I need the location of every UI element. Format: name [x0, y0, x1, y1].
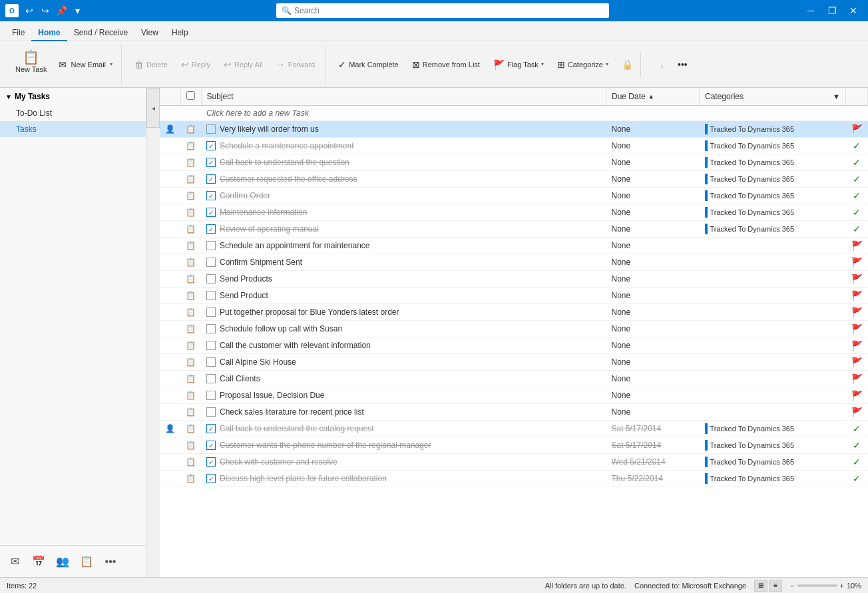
- subject-cell[interactable]: Send Products: [201, 271, 606, 288]
- close-button[interactable]: ✕: [844, 1, 863, 20]
- search-input[interactable]: [294, 6, 604, 15]
- undo-button[interactable]: ↩: [23, 4, 36, 17]
- flag-cell[interactable]: 🚩: [846, 337, 868, 354]
- table-row[interactable]: 📋Customer requested the office addressNo…: [160, 171, 868, 188]
- task-checkbox[interactable]: [206, 291, 216, 300]
- sidebar-item-to-do-list[interactable]: To-Do List: [0, 105, 146, 121]
- subject-cell[interactable]: Send Product: [201, 288, 606, 304]
- subject-cell[interactable]: Schedule a maintenance appointment: [201, 138, 606, 154]
- task-checkbox[interactable]: [206, 357, 216, 367]
- subject-cell[interactable]: Call the customer with relevant informat…: [201, 337, 606, 354]
- flag-cell[interactable]: 🚩: [846, 254, 868, 271]
- move-down-button[interactable]: ↓: [654, 55, 670, 74]
- subject-cell[interactable]: Check with customer and resolve: [201, 454, 606, 471]
- subject-cell[interactable]: Confirm Order: [201, 188, 606, 204]
- subject-cell[interactable]: Check sales literature for recent price …: [201, 404, 606, 421]
- task-checkbox[interactable]: [206, 474, 216, 483]
- table-row[interactable]: 👤📋Very likely will order from usNone Tra…: [160, 121, 868, 138]
- subject-cell[interactable]: Put together proposal for Blue Yonders l…: [201, 304, 606, 321]
- reply-all-button[interactable]: ↩ Reply All: [218, 55, 269, 74]
- people-nav-icon[interactable]: 👥: [53, 552, 72, 571]
- task-checkbox[interactable]: [206, 191, 216, 200]
- tasks-nav-icon[interactable]: 📋: [77, 552, 96, 571]
- my-tasks-header[interactable]: ▼ My Tasks: [0, 88, 146, 105]
- view-reading-button[interactable]: ≡: [769, 580, 782, 592]
- flag-cell[interactable]: 🚩: [846, 271, 868, 288]
- flag-cell[interactable]: 🚩: [846, 121, 868, 138]
- table-row[interactable]: 📋Schedule follow up call with SusanNone🚩: [160, 321, 868, 337]
- flag-cell[interactable]: ✓: [846, 471, 868, 487]
- table-row[interactable]: 📋Send ProductsNone🚩: [160, 271, 868, 288]
- subject-cell[interactable]: Call back to understand the catalog requ…: [201, 421, 606, 437]
- flag-cell[interactable]: ✓: [846, 204, 868, 221]
- flag-task-button[interactable]: 🚩 Flag Task ▾: [487, 55, 550, 74]
- subject-cell[interactable]: Customer wants the phone number of the r…: [201, 437, 606, 454]
- table-row[interactable]: 👤📋Call back to understand the catalog re…: [160, 421, 868, 437]
- flag-cell[interactable]: ✓: [846, 421, 868, 437]
- subject-cell[interactable]: Confirm Shipment Sent: [201, 254, 606, 271]
- subject-cell[interactable]: Call back to understand the question: [201, 154, 606, 171]
- th-due-date[interactable]: Due Date ▲: [606, 88, 700, 106]
- remove-from-list-button[interactable]: ⊠ Remove from List: [406, 55, 486, 74]
- menu-view[interactable]: View: [134, 25, 165, 41]
- flag-cell[interactable]: ✓: [846, 437, 868, 454]
- task-checkbox[interactable]: [206, 307, 216, 317]
- lock-button[interactable]: 🔒: [616, 55, 639, 74]
- qa-dropdown-button[interactable]: ▾: [71, 4, 84, 17]
- table-row[interactable]: 📋Confirm Shipment SentNone🚩: [160, 254, 868, 271]
- task-checkbox[interactable]: [206, 141, 216, 150]
- more-button[interactable]: •••: [672, 55, 694, 74]
- subject-cell[interactable]: Review of operating manual: [201, 221, 606, 238]
- subject-cell[interactable]: Customer requested the office address: [201, 171, 606, 188]
- task-checkbox[interactable]: [206, 174, 216, 184]
- restore-button[interactable]: ❐: [823, 1, 841, 20]
- task-checkbox[interactable]: [206, 241, 216, 250]
- forward-button[interactable]: → Forward: [270, 55, 321, 74]
- subject-cell[interactable]: Maintenance information: [201, 204, 606, 221]
- flag-cell[interactable]: 🚩: [846, 387, 868, 404]
- select-all-checkbox[interactable]: [186, 91, 195, 100]
- flag-cell[interactable]: 🚩: [846, 321, 868, 337]
- zoom-in-icon[interactable]: +: [840, 582, 844, 590]
- task-checkbox[interactable]: [206, 457, 216, 467]
- task-checkbox[interactable]: [206, 324, 216, 333]
- subject-cell[interactable]: Very likely will order from us: [201, 121, 606, 138]
- table-row[interactable]: 📋Maintenance informationNone Tracked To …: [160, 204, 868, 221]
- task-checkbox[interactable]: [206, 158, 216, 167]
- flag-cell[interactable]: 🚩: [846, 288, 868, 304]
- add-task-prompt[interactable]: Click here to add a new Task: [201, 106, 846, 121]
- table-row[interactable]: 📋Check sales literature for recent price…: [160, 404, 868, 421]
- categorize-button[interactable]: ⊞ Categorize ▾: [551, 55, 614, 74]
- mark-complete-button[interactable]: ✓ Mark Complete: [332, 55, 405, 74]
- view-normal-button[interactable]: ⊞: [754, 580, 767, 592]
- mail-nav-icon[interactable]: ✉: [5, 552, 24, 571]
- th-subject[interactable]: Subject: [201, 88, 606, 106]
- new-task-button[interactable]: 📋 New Task: [9, 47, 53, 82]
- add-task-row[interactable]: Click here to add a new Task: [160, 106, 868, 121]
- table-row[interactable]: 📋Customer wants the phone number of the …: [160, 437, 868, 454]
- subject-cell[interactable]: Call Clients: [201, 371, 606, 387]
- reply-button[interactable]: ↩ Reply: [175, 55, 216, 74]
- table-row[interactable]: 📋Call the customer with relevant informa…: [160, 337, 868, 354]
- new-email-button[interactable]: ✉ New Email ▾: [54, 55, 117, 74]
- flag-cell[interactable]: ✓: [846, 154, 868, 171]
- task-checkbox[interactable]: [206, 341, 216, 350]
- table-row[interactable]: 📋Review of operating manualNone Tracked …: [160, 221, 868, 238]
- calendar-nav-icon[interactable]: 📅: [29, 552, 48, 571]
- menu-help[interactable]: Help: [165, 25, 195, 41]
- task-checkbox[interactable]: [206, 208, 216, 217]
- zoom-slider[interactable]: [797, 584, 837, 587]
- task-checkbox[interactable]: [206, 224, 216, 234]
- menu-home[interactable]: Home: [31, 25, 67, 41]
- subject-cell[interactable]: Proposal Issue, Decision Due: [201, 387, 606, 404]
- zoom-out-icon[interactable]: −: [790, 582, 794, 590]
- table-row[interactable]: 📋Discuss high level plans for future col…: [160, 471, 868, 487]
- menu-file[interactable]: File: [5, 25, 31, 41]
- task-checkbox[interactable]: [206, 258, 216, 267]
- flag-cell[interactable]: 🚩: [846, 238, 868, 254]
- table-row[interactable]: 📋Call back to understand the questionNon…: [160, 154, 868, 171]
- subject-cell[interactable]: Call Alpine Ski House: [201, 354, 606, 371]
- th-categories[interactable]: Categories ▼: [700, 88, 846, 106]
- menu-send-receive[interactable]: Send / Receive: [67, 25, 134, 41]
- flag-cell[interactable]: ✓: [846, 188, 868, 204]
